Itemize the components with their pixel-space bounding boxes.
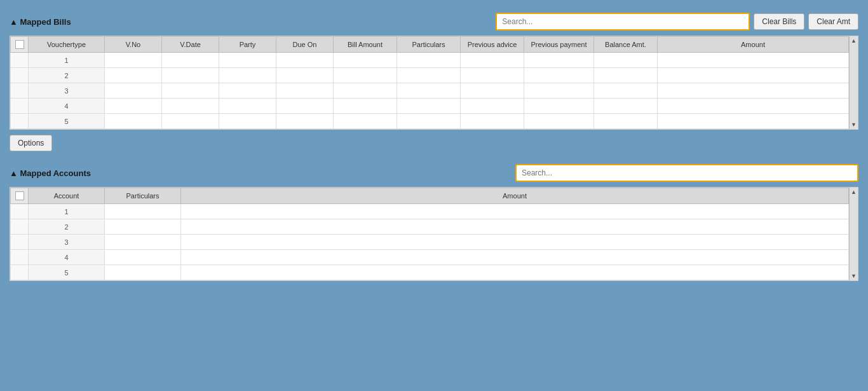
bills-row2-prevadvice[interactable] [461, 68, 524, 83]
bills-row1-vdate[interactable] [162, 53, 219, 68]
accounts-scroll-up[interactable]: ▲ [850, 188, 858, 196]
bills-row2-amount[interactable] [658, 68, 849, 83]
bills-row3-vdate[interactable] [162, 83, 219, 99]
bills-row4-prevpayment[interactable] [524, 99, 594, 114]
table-row: 2 [11, 219, 849, 235]
bills-row4-prevadvice[interactable] [461, 99, 524, 114]
bills-row5-checkbox[interactable] [11, 114, 29, 129]
bills-row3-billamount[interactable] [334, 83, 397, 99]
bills-row2-vdate[interactable] [162, 68, 219, 83]
accounts-scrollbar[interactable]: ▲ ▼ [849, 188, 858, 280]
table-row: 3 [11, 83, 849, 99]
acc-row5-particulars[interactable] [105, 265, 181, 280]
acc-row3-checkbox[interactable] [11, 235, 29, 250]
acc-row1-checkbox[interactable] [11, 204, 29, 219]
bills-row1-amount[interactable] [658, 53, 849, 68]
clear-bills-button[interactable]: Clear Bills [754, 13, 804, 30]
bills-row2-billamount[interactable] [334, 68, 397, 83]
acc-row1-amount[interactable] [181, 204, 849, 219]
bills-row4-num: 4 [29, 99, 105, 114]
bills-row5-prevpayment[interactable] [524, 114, 594, 129]
acc-row3-num: 3 [29, 235, 105, 250]
bills-row3-party[interactable] [219, 83, 276, 99]
bills-row3-amount[interactable] [658, 83, 849, 99]
bills-row4-billamount[interactable] [334, 99, 397, 114]
bills-row2-party[interactable] [219, 68, 276, 83]
bills-row3-vno[interactable] [105, 83, 162, 99]
bills-row1-party[interactable] [219, 53, 276, 68]
accounts-col-particulars: Particulars [105, 188, 181, 204]
bills-row2-particulars[interactable] [397, 68, 461, 83]
options-button[interactable]: Options [10, 135, 52, 151]
bills-row1-checkbox[interactable] [11, 53, 29, 68]
bills-row4-balanceamt[interactable] [594, 99, 658, 114]
bills-row2-prevpayment[interactable] [524, 68, 594, 83]
table-row: 4 [11, 250, 849, 265]
bills-row5-party[interactable] [219, 114, 276, 129]
bills-row4-vdate[interactable] [162, 99, 219, 114]
acc-row2-amount[interactable] [181, 219, 849, 235]
bills-col-vdate: V.Date [162, 37, 219, 53]
bills-row3-dueon[interactable] [276, 83, 334, 99]
bills-search-input[interactable] [496, 13, 750, 31]
bills-table: Vouchertype V.No V.Date Party Due On Bil… [10, 36, 849, 129]
bills-row2-balanceamt[interactable] [594, 68, 658, 83]
acc-row2-particulars[interactable] [105, 219, 181, 235]
bills-row2-vno[interactable] [105, 68, 162, 83]
bills-row5-vno[interactable] [105, 114, 162, 129]
table-row: 1 [11, 204, 849, 219]
acc-row3-particulars[interactable] [105, 235, 181, 250]
options-row: Options [10, 135, 858, 151]
acc-row4-checkbox[interactable] [11, 250, 29, 265]
bills-row1-balanceamt[interactable] [594, 53, 658, 68]
acc-row1-num: 1 [29, 204, 105, 219]
bills-row3-prevadvice[interactable] [461, 83, 524, 99]
bills-row3-prevpayment[interactable] [524, 83, 594, 99]
bills-row5-prevadvice[interactable] [461, 114, 524, 129]
bills-row1-prevadvice[interactable] [461, 53, 524, 68]
bills-row4-party[interactable] [219, 99, 276, 114]
bills-row5-balanceamt[interactable] [594, 114, 658, 129]
bills-scroll-down[interactable]: ▼ [850, 120, 858, 129]
bills-row5-dueon[interactable] [276, 114, 334, 129]
bills-col-vno: V.No [105, 37, 162, 53]
bills-row5-num: 5 [29, 114, 105, 129]
bills-row2-checkbox[interactable] [11, 68, 29, 83]
bills-scroll-up[interactable]: ▲ [850, 36, 858, 45]
bills-row5-amount[interactable] [658, 114, 849, 129]
bills-row5-particulars[interactable] [397, 114, 461, 129]
bills-row4-vno[interactable] [105, 99, 162, 114]
accounts-scroll-down[interactable]: ▼ [850, 271, 858, 280]
bills-row3-checkbox[interactable] [11, 83, 29, 99]
accounts-controls [515, 164, 858, 182]
bills-col-balanceamt: Balance Amt. [594, 37, 658, 53]
bills-col-checkbox [11, 37, 29, 53]
acc-row4-particulars[interactable] [105, 250, 181, 265]
accounts-search-input[interactable] [515, 164, 858, 182]
acc-row1-particulars[interactable] [105, 204, 181, 219]
bills-row3-particulars[interactable] [397, 83, 461, 99]
acc-row2-checkbox[interactable] [11, 219, 29, 235]
accounts-section-header: ▲ Mapped Accounts [10, 164, 858, 182]
accounts-table-inner: Account Particulars Amount 1 [10, 188, 849, 280]
bills-row1-billamount[interactable] [334, 53, 397, 68]
bills-row4-dueon[interactable] [276, 99, 334, 114]
bills-col-dueon: Due On [276, 37, 334, 53]
bills-row1-prevpayment[interactable] [524, 53, 594, 68]
clear-amt-button[interactable]: Clear Amt [808, 13, 858, 30]
bills-row2-dueon[interactable] [276, 68, 334, 83]
bills-row1-vno[interactable] [105, 53, 162, 68]
acc-row3-amount[interactable] [181, 235, 849, 250]
bills-row4-particulars[interactable] [397, 99, 461, 114]
acc-row5-checkbox[interactable] [11, 265, 29, 280]
acc-row5-amount[interactable] [181, 265, 849, 280]
bills-row3-balanceamt[interactable] [594, 83, 658, 99]
bills-row1-particulars[interactable] [397, 53, 461, 68]
bills-row4-amount[interactable] [658, 99, 849, 114]
bills-scrollbar[interactable]: ▲ ▼ [849, 36, 858, 129]
bills-row5-billamount[interactable] [334, 114, 397, 129]
bills-row1-dueon[interactable] [276, 53, 334, 68]
bills-row5-vdate[interactable] [162, 114, 219, 129]
acc-row4-amount[interactable] [181, 250, 849, 265]
bills-row4-checkbox[interactable] [11, 99, 29, 114]
